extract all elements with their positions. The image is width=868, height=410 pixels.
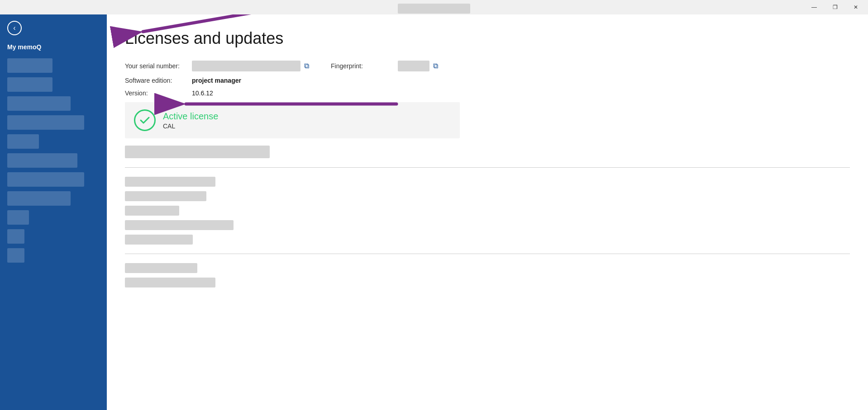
sidebar: ‹ My memoQ [0, 14, 107, 410]
divider-2 [125, 254, 850, 254]
fingerprint-label: Fingerprint: [331, 62, 394, 70]
copy-fingerprint-icon[interactable]: ⧉ [433, 62, 438, 70]
sidebar-item-3[interactable] [7, 96, 71, 111]
close-button[interactable]: ✕ [845, 0, 866, 14]
divider-1 [125, 167, 850, 168]
sidebar-item-10[interactable] [7, 229, 24, 244]
sidebar-item-7[interactable] [7, 172, 84, 187]
top-search-bar [398, 4, 470, 14]
active-license-title: Active license [163, 111, 218, 122]
back-circle-icon: ‹ [7, 21, 22, 35]
sidebar-item-6[interactable] [7, 153, 77, 168]
serial-number-label: Your serial number: [125, 62, 188, 70]
blurred-row-5 [125, 235, 193, 245]
blurred-row-7 [125, 278, 215, 287]
serial-number-value [192, 61, 300, 71]
sidebar-item-5[interactable] [7, 134, 39, 149]
titlebar: — ❐ ✕ [0, 0, 868, 14]
fingerprint-row: Fingerprint: ⧉ [331, 61, 438, 71]
blurred-row-2 [125, 191, 206, 201]
minimize-button[interactable]: — [804, 0, 825, 14]
sidebar-item-2[interactable] [7, 77, 52, 92]
software-edition-value: project manager [192, 77, 241, 84]
check-circle-icon [134, 109, 156, 131]
back-button[interactable]: ‹ [0, 14, 107, 42]
main-content: Licenses and updates Your serial number:… [107, 14, 868, 410]
sidebar-title: My memoQ [0, 42, 107, 56]
app-container: ‹ My memoQ Licenses and updates Your ser… [0, 14, 868, 410]
page-title: Licenses and updates [125, 29, 850, 48]
sidebar-item-4[interactable] [7, 115, 84, 130]
copy-serial-icon[interactable]: ⧉ [304, 62, 309, 70]
active-license-type: CAL [163, 123, 218, 130]
blurred-row-1 [125, 177, 215, 187]
serial-number-row: Your serial number: ⧉ Fingerprint: ⧉ [125, 61, 850, 71]
sidebar-item-1[interactable] [7, 58, 52, 73]
version-label: Version: [125, 90, 188, 97]
sidebar-item-8[interactable] [7, 191, 71, 206]
action-row [125, 146, 270, 158]
restore-button[interactable]: ❐ [825, 0, 845, 14]
arrows-overlay [107, 14, 868, 410]
blurred-row-6 [125, 263, 197, 273]
license-info: Active license CAL [163, 111, 218, 130]
sidebar-item-9[interactable] [7, 210, 29, 225]
blurred-row-4 [125, 220, 234, 230]
active-license-box: Active license CAL [125, 102, 460, 138]
software-edition-row: Software edition: project manager [125, 77, 850, 84]
version-value: 10.6.12 [192, 90, 213, 97]
version-row: Version: 10.6.12 [125, 90, 850, 97]
blurred-row-3 [125, 206, 179, 216]
fingerprint-value [398, 61, 429, 71]
software-edition-label: Software edition: [125, 77, 188, 84]
sidebar-item-11[interactable] [7, 248, 24, 263]
